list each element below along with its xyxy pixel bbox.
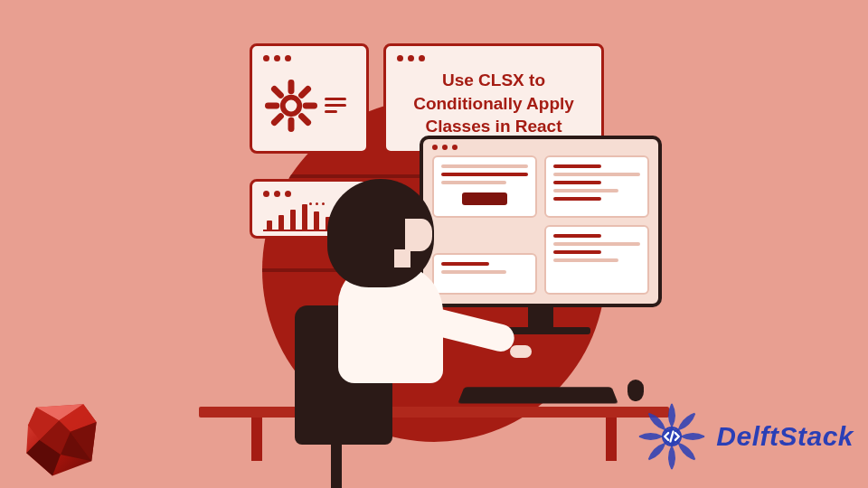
ruby-gem-icon — [20, 398, 101, 479]
svg-line-8 — [274, 116, 280, 122]
chart-bar — [278, 215, 284, 230]
chart-bar — [290, 210, 296, 230]
person-hand — [510, 345, 532, 358]
screen-panel-button — [462, 192, 507, 205]
window-traffic-lights — [263, 55, 355, 61]
code-tag-icon — [664, 428, 681, 446]
person-neck — [394, 249, 410, 267]
svg-point-0 — [283, 97, 300, 114]
monitor-screen — [420, 136, 662, 307]
mouse — [627, 380, 644, 401]
gear-card-lines — [325, 98, 346, 113]
svg-line-5 — [274, 89, 280, 95]
delftstack-watermark: DelftStack — [637, 401, 854, 472]
chart-bar — [267, 221, 272, 230]
screen-panel — [544, 155, 649, 218]
watermark-text: DelftStack — [716, 421, 854, 452]
gear-icon — [265, 80, 317, 132]
person-illustration — [300, 179, 454, 414]
mandala-icon — [637, 401, 707, 472]
person-face — [405, 219, 432, 251]
hero-illustration: Use CLSX to Conditionally Apply Classes … — [199, 27, 669, 461]
window-traffic-lights — [432, 145, 458, 150]
monitor — [420, 136, 662, 334]
monitor-stand — [528, 307, 553, 327]
svg-line-7 — [302, 89, 308, 95]
title-text: Use CLSX to Conditionally Apply Classes … — [397, 69, 590, 144]
window-traffic-lights — [397, 55, 590, 61]
gear-card — [250, 43, 369, 154]
screen-panel — [544, 225, 649, 295]
keyboard — [458, 387, 618, 403]
svg-line-6 — [302, 116, 308, 122]
